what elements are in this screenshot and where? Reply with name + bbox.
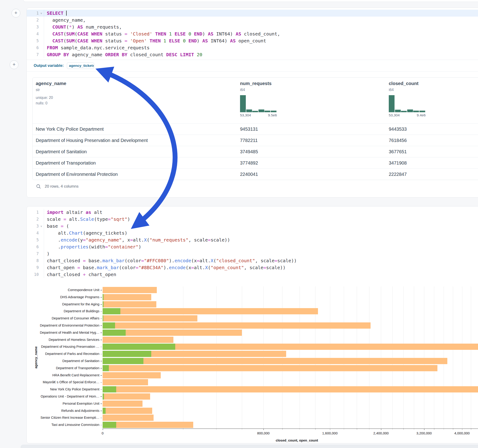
fold-spacer xyxy=(39,33,44,34)
table-cell: Department of Housing Preservation and D… xyxy=(36,138,148,143)
code-line[interactable]: 6 .properties(width="container") xyxy=(27,243,478,250)
y-axis-tick xyxy=(101,304,102,305)
column-type: i64 xyxy=(240,88,245,92)
table-cell: Department of Transportation xyxy=(36,160,96,166)
x-axis-tick xyxy=(434,428,434,429)
x-axis-tick xyxy=(315,428,316,429)
line-number: 7 xyxy=(27,52,39,57)
line-number: 5 xyxy=(27,238,39,242)
table-row[interactable]: Department of Environmental Protection22… xyxy=(32,168,478,180)
code-line[interactable]: 4 alt.Chart(agency_tickets) xyxy=(27,230,478,236)
fold-spacer xyxy=(39,267,44,268)
output-variable-row: Output variable: agency_tickets xyxy=(27,60,478,72)
y-axis-tick xyxy=(101,389,102,390)
add-cell-button-middle[interactable]: + xyxy=(10,60,19,69)
table-cell: 2240041 xyxy=(240,172,258,177)
line-number: 2 xyxy=(27,18,39,22)
histogram-bar xyxy=(401,111,407,112)
fold-spacer xyxy=(39,246,44,247)
code-line[interactable]: 1import altair as alt xyxy=(27,209,478,216)
line-number: 10 xyxy=(27,272,39,277)
x-axis-tick-label: 4,000,000 xyxy=(454,431,470,435)
code-text: alt.Chart(agency_tickets) xyxy=(44,230,127,236)
code-text: COUNT(*) AS num_requests, xyxy=(44,24,122,31)
bar-open xyxy=(103,358,143,364)
code-text: base = ( xyxy=(44,223,69,230)
bar-closed xyxy=(103,379,148,385)
y-axis-label: Department of Consumer Affairs xyxy=(27,316,99,320)
fold-spacer xyxy=(39,212,44,213)
table-cell: 3677651 xyxy=(389,149,407,154)
chart-gridline xyxy=(471,286,471,428)
chart-gridline xyxy=(424,286,424,428)
table-row[interactable]: New York City Police Department945313194… xyxy=(32,123,478,135)
y-axis-tick xyxy=(101,368,102,368)
bar-closed xyxy=(103,386,478,392)
text-cursor xyxy=(66,11,67,16)
code-line[interactable]: 1˅SELECT xyxy=(27,10,478,17)
x-axis-tick xyxy=(424,428,425,430)
fold-caret-icon[interactable]: ˅ xyxy=(39,224,44,228)
line-number: 2 xyxy=(27,217,39,221)
y-axis-label: Department of Health and Mental Hyg… xyxy=(27,331,99,334)
bar-open xyxy=(103,301,104,307)
histogram-bar xyxy=(413,111,419,112)
code-line[interactable]: 5 .encode(y="agency_name", x=alt.X("num_… xyxy=(27,236,478,243)
chart-gridline xyxy=(381,286,381,428)
y-axis-tick xyxy=(101,347,102,347)
code-line[interactable]: 3 COUNT(*) AS num_requests, xyxy=(27,24,478,31)
code-line[interactable]: 6FROM sample_data.nyc.service_requests xyxy=(27,44,478,51)
histogram-bar xyxy=(395,110,401,112)
histogram-bar xyxy=(240,95,246,112)
bar-open xyxy=(103,422,116,428)
table-row[interactable]: Department of Housing Preservation and D… xyxy=(32,135,478,146)
y-axis-tick xyxy=(101,418,102,418)
x-axis-tick xyxy=(471,428,471,429)
add-cell-button-top[interactable]: + xyxy=(12,9,20,18)
mini-histogram xyxy=(389,95,426,112)
table-row[interactable]: Department of Sanitation37494853677651 xyxy=(32,146,478,157)
column-name: num_requests xyxy=(240,81,272,86)
sql-code-editor[interactable]: 1˅SELECT 2 agency_name,3 COUNT(*) AS num… xyxy=(27,10,478,58)
column-stat: unique: 20 xyxy=(36,96,53,100)
code-line[interactable]: 3˅base = ( xyxy=(27,223,478,230)
histogram-bar xyxy=(389,95,395,112)
python-cell: 1import altair as alt2scale = alt.Scale(… xyxy=(26,206,478,443)
table-row[interactable]: Department of Transportation377489234719… xyxy=(32,157,478,169)
code-line[interactable]: 2scale = alt.Scale(type="sqrt") xyxy=(27,216,478,223)
code-text: SELECT xyxy=(44,10,67,17)
bar-open xyxy=(103,294,104,300)
code-line[interactable]: 8chart_closed = base.mark_bar(color="#FF… xyxy=(27,257,478,264)
y-axis-tick xyxy=(101,340,102,340)
bar-closed xyxy=(103,315,197,322)
chart-gridline xyxy=(330,286,330,428)
line-number: 1 xyxy=(27,210,39,215)
code-line[interactable]: 9chart_open = base.mark_bar(color="#8BC3… xyxy=(27,264,478,271)
y-axis-tick xyxy=(101,318,102,319)
y-axis-label: Department of Buildings xyxy=(27,309,99,313)
x-axis-tick xyxy=(103,428,103,430)
fold-caret-icon[interactable]: ˅ xyxy=(39,11,44,15)
line-number: 5 xyxy=(27,38,39,43)
column-name: closed_count xyxy=(389,81,419,86)
code-line[interactable]: 7) xyxy=(27,250,478,257)
fold-spacer xyxy=(39,239,44,240)
line-number: 7 xyxy=(27,251,39,256)
code-line[interactable]: 4 CAST(SUM(CASE WHEN status = 'Closed' T… xyxy=(27,31,478,37)
search-icon[interactable] xyxy=(36,184,41,189)
code-line[interactable]: 10chart_closed + chart_open xyxy=(27,271,478,278)
y-axis-label: Senior Citizen Rent Increase Exempti… xyxy=(27,416,99,419)
code-line[interactable]: 5 CAST(SUM(CASE WHEN status = 'Open' THE… xyxy=(27,37,478,44)
x-axis-tick xyxy=(183,428,183,429)
y-axis-label: Operations Unit - Department of Hom… xyxy=(27,395,99,398)
table-cell: 2222847 xyxy=(389,172,407,177)
bar-closed xyxy=(103,415,154,421)
table-cell: 3774892 xyxy=(240,160,258,166)
output-variable-chip[interactable]: agency_tickets xyxy=(67,62,94,69)
code-line[interactable]: 2 agency_name, xyxy=(27,17,478,24)
chart-gridline xyxy=(344,286,344,428)
histogram-bar xyxy=(258,109,264,112)
code-text: CAST(SUM(CASE WHEN status = 'Closed' THE… xyxy=(44,31,280,37)
code-line[interactable]: 7GROUP BY agency_name ORDER BY closed_co… xyxy=(27,51,478,58)
python-code-editor[interactable]: 1import altair as alt2scale = alt.Scale(… xyxy=(27,209,478,278)
